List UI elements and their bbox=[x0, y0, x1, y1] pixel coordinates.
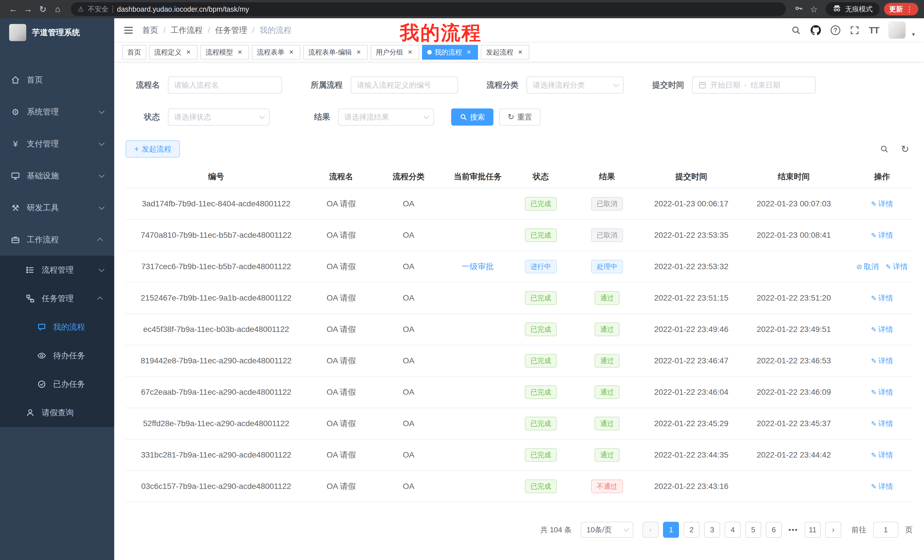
yen-icon: ¥ bbox=[10, 139, 21, 149]
page-button-4[interactable]: 4 bbox=[725, 522, 741, 538]
breadcrumb-item-home[interactable]: 首页 bbox=[142, 25, 171, 36]
cell-submit-time: 2022-01-22 23:43:16 bbox=[646, 471, 736, 502]
key-icon[interactable] bbox=[792, 4, 806, 15]
status-select[interactable]: 请选择状态 bbox=[168, 108, 270, 126]
cell-category: OA bbox=[376, 439, 441, 471]
tab-my-process[interactable]: 我的流程 × bbox=[422, 45, 478, 60]
table-header-row: 编号 流程名 流程分类 当前审批任务 状态 结果 提交时间 结束时间 操作 bbox=[126, 166, 913, 188]
sidebar-item-devtools[interactable]: ⚒ 研发工具 bbox=[0, 192, 114, 224]
detail-link[interactable]: ✎详情 bbox=[871, 231, 893, 240]
sidebar-item-my-process[interactable]: 我的流程 bbox=[0, 313, 114, 341]
detail-link[interactable]: ✎详情 bbox=[871, 451, 893, 459]
sidebar-item-system[interactable]: ⚙ 系统管理 bbox=[0, 96, 114, 128]
browser-menu-icon[interactable]: ⋮ bbox=[906, 5, 913, 14]
detail-link[interactable]: ✎详情 bbox=[871, 356, 893, 365]
active-tab-dot bbox=[427, 50, 432, 54]
start-process-button[interactable]: + 发起流程 bbox=[126, 141, 180, 157]
tools-icon: ⚒ bbox=[10, 203, 21, 213]
sidebar-item-payment[interactable]: ¥ 支付管理 bbox=[0, 128, 114, 160]
close-tab-icon[interactable]: × bbox=[355, 48, 363, 56]
page-button-1[interactable]: 1 bbox=[663, 522, 679, 538]
detail-link[interactable]: ✎详情 bbox=[871, 199, 893, 208]
prev-page-button[interactable]: ‹ bbox=[642, 522, 658, 538]
page-button-5[interactable]: 5 bbox=[745, 522, 761, 538]
close-tab-icon[interactable]: × bbox=[287, 48, 295, 56]
github-icon[interactable] bbox=[811, 25, 821, 35]
close-tab-icon[interactable]: × bbox=[406, 48, 414, 56]
page-size-select[interactable]: 10条/页 bbox=[581, 522, 633, 538]
search-toggle-icon[interactable] bbox=[880, 145, 889, 153]
goto-page-input[interactable] bbox=[873, 522, 898, 538]
tab-user-group[interactable]: 用户分组 × bbox=[370, 45, 419, 60]
close-tab-icon[interactable]: × bbox=[184, 48, 192, 56]
process-definition-input[interactable] bbox=[351, 76, 458, 94]
pagination-ellipsis-icon[interactable]: ••• bbox=[786, 526, 800, 534]
result-tag: 通过 bbox=[594, 448, 620, 462]
avatar-caret-icon[interactable]: ▾ bbox=[912, 31, 915, 39]
reset-button[interactable]: ↻ 重置 bbox=[499, 108, 540, 126]
reload-icon[interactable]: ↻ bbox=[35, 4, 50, 14]
current-task-link[interactable]: 一级审批 bbox=[462, 262, 494, 271]
sidebar-item-done-tasks[interactable]: 已办任务 bbox=[0, 370, 114, 398]
tab-process-definition[interactable]: 流程定义 × bbox=[149, 45, 198, 60]
refresh-table-icon[interactable]: ↻ bbox=[901, 144, 909, 154]
browser-home-icon[interactable]: ⌂ bbox=[50, 4, 65, 14]
sidebar-item-workflow[interactable]: 工作流程 bbox=[0, 224, 114, 256]
page-button-11[interactable]: 11 bbox=[805, 522, 820, 538]
cell-actions: ✎详情 bbox=[852, 471, 913, 502]
status-tag: 进行中 bbox=[525, 260, 557, 273]
cell-status: 已完成 bbox=[514, 439, 568, 471]
detail-link[interactable]: ✎详情 bbox=[871, 482, 893, 491]
incognito-badge[interactable]: 无痕模式 bbox=[826, 2, 879, 16]
sidebar-item-label: 任务管理 bbox=[42, 293, 74, 304]
close-tab-icon[interactable]: × bbox=[236, 48, 244, 56]
next-page-button[interactable]: › bbox=[825, 522, 841, 538]
tab-start-process[interactable]: 发起流程 × bbox=[481, 45, 530, 60]
address-bar[interactable]: ⚠ 不安全 dashboard.yudao.iocoder.cn/bpm/tas… bbox=[71, 2, 786, 16]
sidebar-item-leave-query[interactable]: 请假查询 bbox=[0, 398, 114, 427]
search-button[interactable]: 搜索 bbox=[451, 108, 494, 126]
tab-process-model[interactable]: 流程模型 × bbox=[201, 45, 249, 60]
process-name-input[interactable] bbox=[168, 76, 282, 94]
app-logo-row[interactable]: 芋道管理系统 bbox=[0, 18, 114, 47]
breadcrumb-item-task-management[interactable]: 任务管理 bbox=[215, 25, 260, 36]
cell-id: 819442e8-7b9a-11ec-a290-acde48001122 bbox=[126, 345, 307, 376]
sidebar-collapse-icon[interactable] bbox=[123, 25, 134, 35]
forward-icon[interactable]: → bbox=[21, 4, 35, 14]
close-tab-icon[interactable]: × bbox=[516, 48, 524, 56]
breadcrumb-item-workflow[interactable]: 工作流程 bbox=[171, 25, 215, 36]
detail-link[interactable]: ✎详情 bbox=[871, 388, 893, 397]
result-select[interactable]: 请选择流结果 bbox=[338, 108, 434, 126]
category-select[interactable]: 请选择流程分类 bbox=[526, 76, 624, 94]
sidebar-item-process-management[interactable]: 流程管理 bbox=[0, 256, 114, 284]
search-icon[interactable] bbox=[791, 25, 801, 35]
cell-category: OA bbox=[376, 251, 441, 282]
tab-process-form[interactable]: 流程表单 × bbox=[252, 45, 300, 60]
date-range-separator: - bbox=[744, 81, 747, 90]
sidebar-item-infrastructure[interactable]: 基础设施 bbox=[0, 160, 114, 192]
font-size-icon[interactable]: TT bbox=[869, 25, 879, 36]
cell-process-name: OA 请假 bbox=[307, 471, 376, 502]
close-tab-icon[interactable]: × bbox=[465, 48, 473, 56]
detail-link[interactable]: ✎详情 bbox=[871, 325, 893, 334]
sidebar-item-home[interactable]: 首页 bbox=[0, 64, 114, 96]
cell-submit-time: 2022-01-22 23:51:15 bbox=[646, 282, 736, 314]
update-button[interactable]: 更新 ⋮ bbox=[884, 3, 918, 15]
page-button-6[interactable]: 6 bbox=[766, 522, 782, 538]
submit-time-range[interactable]: 开始日期 - 结束日期 bbox=[692, 76, 816, 94]
user-avatar[interactable] bbox=[889, 22, 906, 39]
tab-process-form-edit[interactable]: 流程表单-编辑 × bbox=[303, 45, 368, 60]
help-icon[interactable]: ? bbox=[831, 25, 840, 35]
detail-link[interactable]: ✎详情 bbox=[871, 419, 893, 428]
cancel-link[interactable]: ⊘取消 bbox=[856, 262, 879, 271]
sidebar-item-todo-tasks[interactable]: 待办任务 bbox=[0, 341, 114, 370]
sidebar-item-task-management[interactable]: 任务管理 bbox=[0, 284, 114, 313]
detail-link[interactable]: ✎详情 bbox=[871, 294, 893, 302]
back-icon[interactable]: ← bbox=[6, 4, 21, 14]
bookmark-star-icon[interactable]: ☆ bbox=[806, 4, 821, 14]
tab-home[interactable]: 首页 bbox=[122, 45, 146, 60]
page-button-2[interactable]: 2 bbox=[684, 522, 700, 538]
page-button-3[interactable]: 3 bbox=[704, 522, 720, 538]
detail-link[interactable]: ✎详情 bbox=[885, 262, 908, 271]
fullscreen-icon[interactable] bbox=[850, 26, 859, 35]
